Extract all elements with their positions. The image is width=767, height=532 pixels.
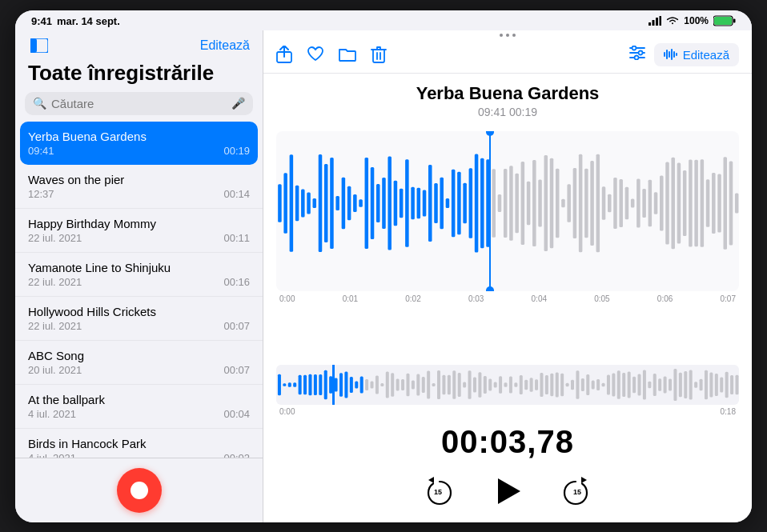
recording-item[interactable]: Yamanote Line to Shinjuku 22 iul. 2021 0… [15, 253, 263, 297]
waveform-mini-canvas[interactable] [276, 365, 739, 405]
share-button[interactable] [276, 46, 292, 63]
folder-icon [339, 46, 356, 62]
waveform-main[interactable]: 0:000:010:020:030:040:050:060:07 [263, 125, 752, 358]
recording-duration: 00:04 [223, 408, 250, 420]
filter-icon[interactable] [628, 46, 646, 64]
svg-marker-195 [581, 477, 587, 483]
toolbar-left [276, 46, 387, 63]
svg-rect-44 [394, 180, 398, 225]
recording-date: 22 iul. 2021 [28, 320, 82, 332]
svg-rect-35 [342, 177, 346, 229]
recording-item[interactable]: Birds in Hancock Park 4 iul. 2021 00:02 [15, 429, 263, 458]
delete-button[interactable] [371, 46, 387, 63]
recording-item[interactable]: Yerba Buena Gardens 09:41 00:19 [20, 122, 258, 165]
svg-rect-128 [401, 378, 404, 390]
waveform-canvas[interactable] [276, 131, 739, 291]
svg-rect-178 [658, 378, 661, 391]
svg-rect-72 [556, 168, 560, 238]
edit-waveform-label: Editează [683, 48, 729, 62]
search-input[interactable] [51, 97, 227, 110]
recording-item[interactable]: Waves on the pier 12:37 00:14 [15, 165, 263, 209]
svg-rect-162 [576, 370, 579, 399]
mini-playhead[interactable] [332, 365, 335, 405]
svg-rect-45 [400, 188, 404, 217]
svg-rect-136 [442, 374, 445, 394]
svg-rect-130 [412, 380, 415, 389]
svg-rect-2 [656, 18, 658, 26]
timeline-label: 0:02 [405, 294, 420, 303]
svg-rect-113 [324, 370, 327, 399]
heart-icon [307, 46, 324, 62]
svg-rect-121 [365, 378, 368, 390]
recordings-list: Yerba Buena Gardens 09:41 00:19 Waves on… [15, 122, 263, 458]
svg-rect-144 [484, 375, 487, 393]
sidebar: Editează Toate înregistrările 🔍 🎤 Yerba … [15, 30, 263, 522]
microphone-icon[interactable]: 🎤 [231, 97, 245, 110]
recording-name: Happy Birthday Mommy [28, 217, 250, 230]
recording-date: 4 iul. 2021 [28, 452, 76, 458]
recording-name: Waves on the pier [28, 173, 250, 186]
svg-rect-66 [521, 162, 525, 245]
playhead-line[interactable] [489, 131, 491, 291]
recording-date: 12:37 [28, 188, 54, 200]
svg-rect-149 [509, 376, 512, 393]
svg-rect-184 [689, 370, 693, 399]
sidebar-toggle-icon [30, 38, 48, 53]
recording-item[interactable]: Hollywood Hills Crickets 22 iul. 2021 00… [15, 297, 263, 341]
sidebar-edit-button[interactable]: Editează [200, 38, 250, 53]
svg-rect-137 [448, 374, 451, 394]
svg-rect-165 [592, 380, 595, 389]
timeline-label: 0:01 [343, 294, 358, 303]
sidebar-toggle-btn[interactable] [28, 37, 50, 54]
status-date: mar. 14 sept. [57, 15, 120, 27]
skip-back-button[interactable]: 15 [420, 474, 456, 509]
svg-rect-191 [725, 371, 729, 398]
svg-rect-98 [706, 179, 710, 226]
favorite-button[interactable] [307, 46, 324, 62]
timeline-label: 0:06 [657, 294, 673, 303]
recording-duration: 00:16 [223, 276, 250, 288]
svg-rect-92 [671, 157, 675, 249]
recording-item[interactable]: At the ballpark 4 iul. 2021 00:04 [15, 385, 263, 429]
recording-name: Yamanote Line to Shinjuku [28, 261, 250, 274]
svg-rect-88 [649, 179, 653, 226]
edit-waveform-button[interactable]: Editează [654, 43, 739, 66]
recording-name: ABC Song [28, 349, 250, 362]
record-button[interactable] [117, 468, 162, 513]
svg-rect-108 [299, 374, 302, 394]
svg-rect-49 [423, 190, 427, 216]
recording-meta: 4 iul. 2021 00:02 [28, 452, 250, 458]
svg-rect-69 [538, 179, 542, 226]
svg-rect-170 [617, 370, 620, 399]
svg-rect-47 [411, 186, 415, 218]
svg-rect-188 [709, 372, 713, 397]
folder-button[interactable] [339, 46, 356, 62]
svg-rect-77 [584, 168, 588, 237]
svg-rect-65 [515, 173, 519, 233]
svg-rect-96 [694, 159, 698, 246]
search-icon: 🔍 [33, 97, 46, 110]
recording-item[interactable]: ABC Song 20 iul. 2021 00:07 [15, 341, 263, 385]
svg-rect-94 [683, 170, 687, 235]
svg-rect-102 [729, 161, 733, 245]
recording-duration: 00:07 [223, 364, 250, 376]
svg-rect-179 [664, 376, 667, 393]
svg-rect-109 [303, 374, 307, 394]
skip-forward-button[interactable]: 15 [560, 474, 595, 509]
svg-rect-126 [391, 373, 394, 397]
svg-rect-131 [416, 374, 420, 395]
sidebar-footer [15, 458, 263, 522]
play-button[interactable] [488, 471, 528, 511]
svg-rect-151 [520, 375, 523, 394]
svg-rect-138 [452, 370, 456, 399]
svg-rect-124 [380, 382, 384, 386]
waveform-mini[interactable]: 0:000:18 [276, 365, 739, 416]
svg-rect-21 [671, 49, 673, 60]
recording-item[interactable]: Happy Birthday Mommy 22 iul. 2021 00:11 [15, 209, 263, 253]
svg-rect-160 [566, 382, 569, 386]
svg-rect-163 [581, 378, 584, 391]
svg-rect-20 [669, 51, 670, 58]
svg-rect-26 [290, 154, 294, 251]
waveform-svg [276, 139, 739, 267]
sidebar-title: Toate înregistrările [15, 58, 263, 92]
